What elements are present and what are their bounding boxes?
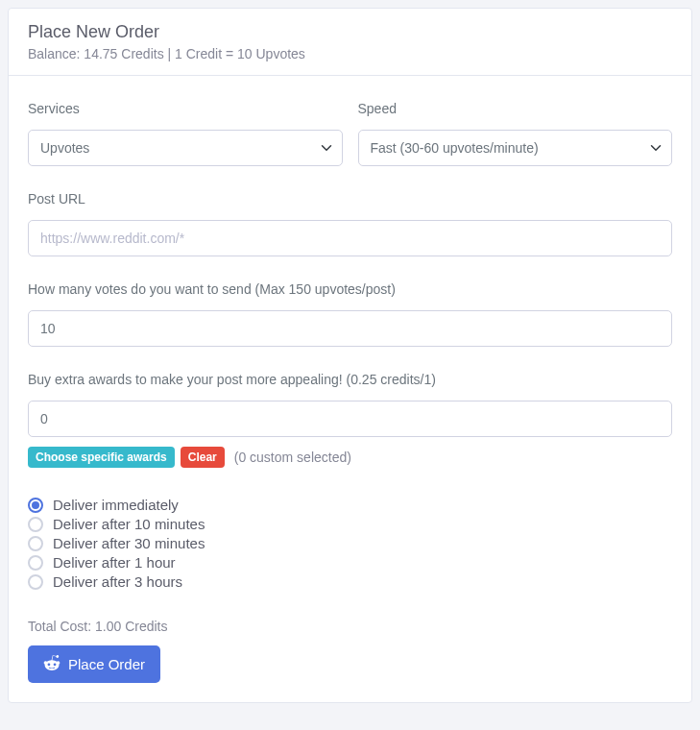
order-card: Place New Order Balance: 14.75 Credits |… bbox=[8, 8, 692, 703]
delivery-option-label: Deliver after 1 hour bbox=[53, 554, 176, 571]
delivery-option-label: Deliver after 30 minutes bbox=[53, 535, 205, 551]
awards-selected-text: (0 custom selected) bbox=[234, 450, 351, 465]
reddit-icon bbox=[43, 654, 60, 674]
services-select[interactable]: Upvotes bbox=[28, 130, 343, 166]
delivery-option[interactable]: Deliver after 3 hours bbox=[28, 573, 672, 590]
delivery-option[interactable]: Deliver after 1 hour bbox=[28, 554, 672, 571]
card-header: Place New Order Balance: 14.75 Credits |… bbox=[9, 9, 691, 76]
radio-icon bbox=[28, 498, 43, 513]
radio-icon bbox=[28, 555, 43, 571]
delivery-option[interactable]: Deliver after 10 minutes bbox=[28, 516, 672, 532]
place-order-button[interactable]: Place Order bbox=[28, 645, 160, 683]
place-order-label: Place Order bbox=[68, 656, 145, 672]
balance-info: Balance: 14.75 Credits | 1 Credit = 10 U… bbox=[28, 46, 672, 61]
awards-label: Buy extra awards to make your post more … bbox=[28, 372, 672, 387]
page-title: Place New Order bbox=[28, 22, 672, 42]
clear-awards-button[interactable]: Clear bbox=[181, 447, 225, 468]
delivery-option-label: Deliver after 10 minutes bbox=[53, 516, 205, 532]
radio-icon bbox=[28, 517, 43, 532]
services-label: Services bbox=[28, 101, 343, 116]
votes-input[interactable] bbox=[28, 310, 672, 347]
delivery-option-label: Deliver immediately bbox=[53, 497, 179, 513]
post-url-label: Post URL bbox=[28, 191, 672, 207]
speed-select[interactable]: Fast (30-60 upvotes/minute) bbox=[358, 130, 673, 166]
post-url-input[interactable] bbox=[28, 220, 672, 256]
delivery-option-label: Deliver after 3 hours bbox=[53, 573, 182, 590]
delivery-option[interactable]: Deliver after 30 minutes bbox=[28, 535, 672, 551]
radio-icon bbox=[28, 536, 43, 551]
total-cost: Total Cost: 1.00 Credits bbox=[28, 619, 672, 634]
radio-icon bbox=[28, 574, 43, 590]
delivery-radio-group: Deliver immediatelyDeliver after 10 minu… bbox=[28, 497, 672, 590]
speed-label: Speed bbox=[358, 101, 673, 116]
choose-awards-button[interactable]: Choose specific awards bbox=[28, 447, 175, 468]
votes-label: How many votes do you want to send (Max … bbox=[28, 281, 672, 297]
card-body: Services Upvotes Speed Fast (30-60 upvot… bbox=[9, 76, 691, 702]
delivery-option[interactable]: Deliver immediately bbox=[28, 497, 672, 513]
awards-input[interactable] bbox=[28, 401, 672, 437]
